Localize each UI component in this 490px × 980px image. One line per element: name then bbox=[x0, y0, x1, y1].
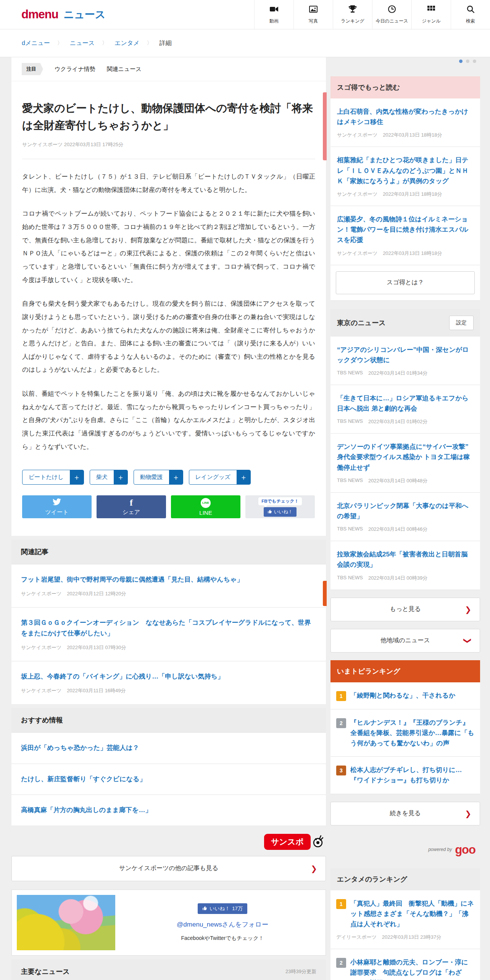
site-logo[interactable]: dmenu ニュース bbox=[0, 0, 106, 29]
imatopi-more-button[interactable]: 続きを見る ❯ bbox=[330, 802, 480, 825]
tokyo-news-item[interactable]: “アジアのシリコンバレー”中国・深センがロックダウン状態に TBS NEWS20… bbox=[330, 337, 480, 385]
twitter-icon bbox=[53, 498, 61, 507]
sugotoku-item[interactable]: 広瀬晏夕、冬の風物詩１位はイルミネーション！電飾パワーを目に焼き付け清水エスパル… bbox=[330, 206, 480, 265]
twitter-follow-link[interactable]: @dmenu_newsさんをフォロー bbox=[177, 920, 268, 929]
sugotoku-item[interactable]: 相葉雅紀「またひとつ花が咲きました」日テレ「ＩＬＯＶＥみんなのどうぶつ園」とＮＨ… bbox=[330, 147, 480, 206]
carousel-dot[interactable] bbox=[466, 60, 469, 63]
carousel-dot-active[interactable] bbox=[459, 60, 463, 63]
fb-like-label: いいね！ bbox=[210, 905, 230, 912]
related-source: サンケイスポーツ bbox=[21, 687, 61, 694]
nav-search[interactable]: 検索 bbox=[451, 0, 490, 29]
fb-like-button[interactable]: いいね！ bbox=[264, 507, 297, 517]
side-ribbon-red[interactable] bbox=[323, 92, 327, 160]
imatopi-item[interactable]: 1 「綾野剛と関わるな」、干されるか bbox=[330, 682, 480, 709]
other-region-button[interactable]: 他地域のニュース ❯ bbox=[330, 629, 480, 653]
logo-dmenu: dmenu bbox=[21, 8, 58, 21]
nav-photo[interactable]: 写真 bbox=[293, 0, 333, 29]
logo-news: ニュース bbox=[64, 8, 106, 21]
tokyo-news-item[interactable]: 拉致家族会結成25年「被害者救出と日朝首脳会談の実現」 TBS NEWS2022… bbox=[330, 541, 480, 590]
tag-beat-takeshi[interactable]: ビートたけし ＋ bbox=[22, 470, 84, 485]
trophy-icon bbox=[348, 5, 357, 15]
tokyo-news-title: 「生きて日本に…」ロシア軍迫るキエフから日本へ脱出 弟と劇的な再会 bbox=[337, 393, 474, 414]
tweet-button[interactable]: ツイート bbox=[22, 495, 92, 518]
fb-check-bubble: FBでもチェック！ bbox=[258, 497, 301, 505]
facebook-icon: f bbox=[130, 498, 133, 507]
nav-today[interactable]: 今日のニュース bbox=[372, 0, 411, 29]
tokyo-news-item[interactable]: デンソーのドイツ事業拠点に“サイバー攻撃” 身代金要求型ウイルス感染か トヨタ工… bbox=[330, 434, 480, 493]
recommend-item[interactable]: たけし、新庄監督斬り「すぐクビになる」 bbox=[11, 764, 326, 795]
breadcrumb-dmenu[interactable]: dメニュー bbox=[22, 39, 50, 47]
entame-ranking-item[interactable]: 1 「真犯人」最終回 衝撃犯人「動機」にネット感想さまざま「そんな動機？」「沸点… bbox=[330, 890, 480, 949]
sugotoku-about-button[interactable]: スゴ得とは？ bbox=[336, 271, 475, 294]
item-date: 2022年03月14日 00時46分 bbox=[368, 526, 427, 533]
article: 愛犬家のビートたけし、動物保護団体への寄付を検討「将来は全財産寄付しちゃおうかと… bbox=[11, 81, 326, 536]
recommend-item[interactable]: 高橋真麻「片方の胸丸出しのまま廊下を…」 bbox=[11, 795, 326, 825]
tag-label: 動物愛護 bbox=[134, 470, 169, 484]
entame-ranking-item[interactable]: 2 小林麻耶と離婚の元夫、ロンブー・淳に謝罪要求 句読点なしブログは「わざと」と… bbox=[330, 949, 480, 980]
clock-icon bbox=[387, 5, 397, 15]
carousel-dot[interactable] bbox=[473, 60, 476, 63]
imatopi-more-label: 続きを見る bbox=[390, 809, 421, 817]
breadcrumb-separator: 〉 bbox=[102, 40, 107, 47]
rank-badge-2: 2 bbox=[336, 718, 346, 728]
updated-time: 23時39分更新 bbox=[285, 968, 316, 975]
sanspo-logo[interactable]: サンスポ bbox=[264, 834, 311, 850]
photo-icon bbox=[309, 5, 318, 15]
attention-link-ukraine[interactable]: ウクライナ情勢 bbox=[55, 66, 95, 73]
sugotoku-item[interactable]: 上白石萌音、内気な性格が変わったきっかけはメキシコ移住 サンケイスポーツ2022… bbox=[330, 98, 480, 147]
item-source: TBS NEWS bbox=[337, 575, 363, 582]
related-item[interactable]: 坂上忍、今春終了の「バイキング」に心残り…「申し訳ない気持ち」 サンケイスポーツ… bbox=[11, 661, 326, 704]
nav-genre[interactable]: ジャンル bbox=[411, 0, 451, 29]
related-date: 2022年03月13日 07時30分 bbox=[67, 644, 126, 651]
attention-link-related[interactable]: 関連ニュース bbox=[107, 66, 142, 73]
facebook-follow-box: いいね！ 17万 @dmenu_newsさんをフォロー FacebookやTwi… bbox=[11, 890, 326, 956]
goo-logo[interactable]: goo bbox=[455, 843, 475, 857]
fb-like-count-button[interactable]: いいね！ 17万 bbox=[198, 903, 247, 914]
tokyo-more-button[interactable]: もっと見る ❯ bbox=[330, 598, 480, 621]
imatopi-header: いまトピランキング bbox=[330, 660, 480, 682]
related-header-label: 関連記事 bbox=[21, 547, 48, 556]
plus-icon: ＋ bbox=[114, 470, 127, 484]
line-share-button[interactable]: LINE LINE bbox=[171, 495, 240, 518]
cherry-blossom-image[interactable] bbox=[17, 895, 115, 950]
sanspo-logo-row: サンスポ bbox=[13, 834, 324, 850]
line-label: LINE bbox=[199, 509, 212, 516]
side-ribbon-orange[interactable] bbox=[323, 581, 327, 606]
other-region-label: 他地域のニュース bbox=[380, 637, 430, 645]
article-paragraph: タレント、ビートたけし（７５）が１３日、テレビ朝日系「ビートたけしのＴＶタックル… bbox=[22, 170, 315, 196]
nav-video[interactable]: 動画 bbox=[254, 0, 293, 29]
entame-ranking-section: エンタメのランキング 1 「真犯人」最終回 衝撃犯人「動機」にネット感想さまざま… bbox=[330, 868, 480, 980]
nav-ranking[interactable]: ランキング bbox=[333, 0, 372, 29]
tag-shibaken[interactable]: 柴犬 ＋ bbox=[90, 470, 128, 485]
breadcrumb-entame[interactable]: エンタメ bbox=[114, 39, 140, 47]
item-date: 2022年03月13日 18時18分 bbox=[383, 132, 442, 139]
breadcrumb: dメニュー 〉 ニュース 〉 エンタメ 〉 詳細 bbox=[0, 29, 490, 57]
settings-button[interactable]: 設定 bbox=[449, 316, 474, 330]
tweet-label: ツイート bbox=[45, 509, 68, 516]
search-icon bbox=[466, 5, 475, 15]
imatopi-item[interactable]: 3 松本人志がブチギレし、打ち切りに…『ワイドナショー』も打ち切りか bbox=[330, 757, 480, 794]
breadcrumb-news[interactable]: ニュース bbox=[70, 39, 95, 47]
nav-label: 今日のニュース bbox=[376, 18, 408, 24]
related-item[interactable]: フット岩尾望、街中で野村周平の母親に偶然遭遇「見た目、結構やんちゃ」 サンケイス… bbox=[11, 564, 326, 607]
item-source: デイリースポーツ bbox=[336, 934, 377, 941]
tag-animal-welfare[interactable]: 動物愛護 ＋ bbox=[134, 470, 183, 485]
recommend-section: おすすめ情報 浜田が「めっちゃ恐かった」芸能人は？ たけし、新庄監督斬り「すぐク… bbox=[11, 708, 326, 825]
article-paragraph: コロナ禍でペットブームが続いており、ペットフード協会によると２０２１年に新たに犬… bbox=[22, 207, 315, 286]
tokyo-news-header-label: 東京のニュース bbox=[337, 318, 386, 327]
share-label: シェア bbox=[122, 509, 140, 516]
facebook-share-button[interactable]: f シェア bbox=[97, 495, 166, 518]
nav-label: 写真 bbox=[309, 18, 318, 24]
tokyo-news-item[interactable]: 「生きて日本に…」ロシア軍迫るキエフから日本へ脱出 弟と劇的な再会 TBS NE… bbox=[330, 385, 480, 434]
breadcrumb-separator: 〉 bbox=[147, 40, 152, 47]
tag-raingoods[interactable]: レイングッズ ＋ bbox=[189, 470, 251, 485]
tokyo-news-item[interactable]: 北京パラリンピック閉幕「大事なのは平和への希望」 TBS NEWS2022年03… bbox=[330, 493, 480, 541]
related-item[interactable]: 第３回ＧｏＧｏクイーンオーディション ななせあらた「コスプレイヤーグラドルになっ… bbox=[11, 607, 326, 661]
item-date: 2022年03月14日 01時02分 bbox=[368, 418, 427, 425]
imatopi-item[interactable]: 2 『ヒルナンデス！』『王様のブランチ』全番組を降板、芸能界引退か…暴露に「もう… bbox=[330, 709, 480, 757]
chevron-right-icon: ❯ bbox=[465, 605, 471, 614]
recommend-item[interactable]: 浜田が「めっちゃ恐かった」芸能人は？ bbox=[11, 732, 326, 763]
sanspo-more-button[interactable]: サンケイスポーツの他の記事も見る ❯ bbox=[11, 856, 326, 881]
imatopi-title: 「綾野剛と関わるな」、干されるか bbox=[350, 690, 455, 701]
major-news-header: 主要なニュース 23時39分更新 bbox=[11, 959, 326, 980]
